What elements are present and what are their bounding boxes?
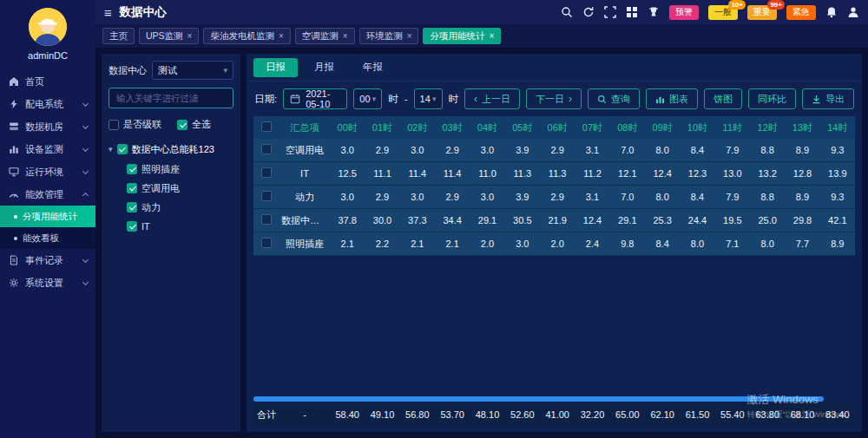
compare-label: 同环比 [758, 93, 786, 106]
row-checkbox[interactable] [261, 238, 272, 248]
chevron-up-icon [82, 193, 89, 199]
tab-日报[interactable]: 日报 [253, 58, 298, 77]
checkbox-checked-icon[interactable] [117, 144, 128, 154]
close-icon[interactable]: × [489, 32, 494, 41]
tree-node-空调用电[interactable]: 空调用电 [127, 179, 233, 198]
sidebar-item-label: 系统设置 [25, 277, 83, 290]
fullscreen-icon[interactable] [604, 6, 616, 18]
alarm-general-pill[interactable]: 一般10+ [708, 5, 738, 20]
next-day-button[interactable]: 下一日› [526, 88, 582, 109]
sidebar-item-能效管理[interactable]: 能效管理 [0, 183, 95, 206]
tree-root-node[interactable]: ▾ 数据中心总能耗123 [108, 139, 233, 160]
row-checkbox[interactable] [261, 144, 272, 154]
table-cell: 13.0 [715, 168, 750, 179]
cascade-checkbox[interactable]: 是否级联 [108, 118, 161, 131]
sidebar-item-配电系统[interactable]: 配电系统 [0, 93, 95, 115]
sidebar-submenu: 分项用能统计能效看板 [0, 206, 95, 249]
datacenter-label: 数据中心 [108, 64, 147, 77]
table-cell: 数据中心总能耗123 [279, 214, 330, 227]
sidebar-subitem-分项用能统计[interactable]: 分项用能统计 [0, 206, 95, 227]
close-icon[interactable]: × [187, 32, 193, 41]
alarm-urgent-pill[interactable]: 紧急 [786, 5, 816, 20]
date-input[interactable]: 2021-05-10 [283, 88, 347, 109]
close-icon[interactable]: × [343, 32, 348, 41]
row-checkbox[interactable] [261, 167, 272, 178]
sidebar-item-数据机房[interactable]: 数据机房 [0, 115, 95, 138]
sidebar-item-label: 数据机房 [25, 121, 83, 134]
refresh-icon[interactable] [582, 6, 595, 18]
page-tab-环境监测[interactable]: 环境监测× [359, 28, 419, 44]
checkbox-checked-icon[interactable] [127, 221, 137, 232]
close-icon[interactable]: × [407, 32, 412, 41]
page-tab-UPS监测[interactable]: UPS监测× [139, 28, 199, 44]
table-cell: 8.9 [785, 145, 819, 155]
row-checkbox[interactable] [261, 121, 272, 132]
table-cell: 29.1 [470, 215, 504, 226]
table-cell: IT [279, 168, 330, 179]
alarm-important-pill[interactable]: 重要99+ [747, 5, 777, 20]
datacenter-select[interactable]: 测试 ▾ [152, 61, 233, 80]
user-icon[interactable] [847, 6, 859, 18]
horizontal-scrollbar[interactable] [253, 396, 824, 402]
table-cell: 8.0 [750, 239, 785, 249]
sidebar-item-运行环境[interactable]: 运行环境 [0, 160, 95, 183]
caret-down-icon[interactable]: ▾ [108, 145, 113, 154]
sidebar-item-事件记录[interactable]: 事件记录 [0, 249, 95, 271]
page-tab-主页[interactable]: 主页 [102, 28, 135, 44]
tab-年报[interactable]: 年报 [351, 58, 395, 77]
table-cell: 8.8 [750, 145, 785, 155]
pie-button[interactable]: 饼图 [704, 88, 742, 109]
sidebar-item-首页[interactable]: 首页 [0, 70, 95, 93]
tree-filter-input[interactable] [108, 88, 233, 108]
table-cell: 12时 [750, 121, 785, 134]
prev-day-button[interactable]: ‹上一日 [464, 88, 520, 109]
hour-from-select[interactable]: 00 ▾ [353, 88, 382, 109]
warning-pill[interactable]: 预警 [669, 5, 699, 20]
page-tab-空调监测[interactable]: 空调监测× [295, 28, 355, 44]
select-all-checkbox[interactable]: 全选 [177, 118, 211, 131]
sidebar-item-设备监测[interactable]: 设备监测 [0, 138, 95, 160]
alarm-urgent-label: 紧急 [792, 6, 810, 18]
table-cell: 83.40 [820, 409, 855, 420]
hamburger-icon[interactable]: ≡ [104, 6, 112, 19]
checkbox-checked-icon[interactable] [127, 183, 137, 193]
row-checkbox[interactable] [261, 214, 272, 225]
sidebar-item-系统设置[interactable]: 系统设置 [0, 271, 95, 294]
tree-node-照明插座[interactable]: 照明插座 [127, 160, 233, 179]
grid-icon[interactable] [626, 6, 638, 18]
sidebar-subitem-能效看板[interactable]: 能效看板 [0, 227, 95, 249]
trophy-icon[interactable] [648, 6, 660, 18]
table-row: 数据中心总能耗12337.830.037.334.429.130.521.912… [253, 209, 855, 232]
monitor-icon [8, 167, 20, 177]
page-tab-分项用能统计[interactable]: 分项用能统计× [423, 28, 501, 44]
table-cell: 8.4 [645, 239, 680, 249]
table-cell: 13.2 [750, 168, 785, 179]
close-icon[interactable]: × [279, 32, 284, 41]
row-checkbox[interactable] [261, 191, 272, 201]
avatar[interactable] [29, 8, 67, 46]
table-cell: 10时 [680, 121, 714, 134]
checkbox-checked-icon[interactable] [127, 202, 137, 212]
checkbox-cell [253, 238, 279, 250]
checkbox-cell [253, 167, 279, 180]
checkbox-checked-icon[interactable] [127, 164, 137, 174]
tree-node-动力[interactable]: 动力 [127, 198, 233, 217]
query-button[interactable]: 查询 [588, 88, 640, 109]
table-cell: 2.1 [400, 239, 435, 249]
table-cell: 48.10 [470, 409, 504, 420]
tab-月报[interactable]: 月报 [302, 58, 346, 77]
page-tab-柴油发电机监测[interactable]: 柴油发电机监测× [203, 28, 290, 44]
table-cell: 2.0 [540, 239, 575, 249]
export-button[interactable]: 导出 [802, 88, 854, 109]
tree-node-IT[interactable]: IT [127, 217, 233, 236]
table-cell: 7.0 [610, 145, 645, 155]
hour-to-select[interactable]: 14 ▾ [414, 88, 443, 109]
search-icon[interactable] [561, 6, 573, 18]
chart-button[interactable]: 图表 [646, 88, 698, 109]
compare-button[interactable]: 同环比 [748, 88, 796, 109]
table-cell: 04时 [470, 121, 504, 134]
bell-icon[interactable] [825, 6, 838, 18]
alarm-important-count-badge: 99+ [767, 0, 785, 10]
sidebar-item-label: 首页 [25, 75, 88, 88]
table-cell: 2.1 [330, 239, 365, 249]
